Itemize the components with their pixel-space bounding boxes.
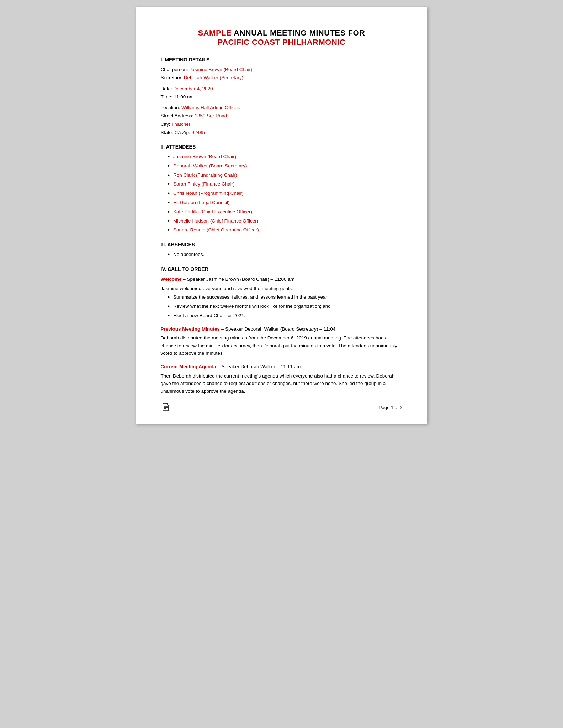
welcome-dash: –: [182, 277, 187, 282]
section-heading-absences: III. ABSENCES: [161, 242, 403, 247]
list-item: Chris Noah (Programming Chair): [168, 190, 403, 197]
chairperson-value: Jasmine Brown (Board Chair): [190, 67, 253, 72]
location-value: Williams Hall Admin Offices: [181, 105, 240, 110]
location-label: Location:: [161, 105, 182, 110]
previous-minutes-body: Deborah distributed the meeting minutes …: [161, 334, 403, 357]
city-value: Thatcher: [171, 122, 190, 127]
footer-page-number: Page 1 of 2: [379, 405, 403, 410]
state-value: CA: [175, 130, 181, 135]
list-item: Eli Gordon (Legal Council): [168, 199, 403, 207]
previous-minutes-block: Previous Meeting Minutes – Speaker Debor…: [161, 325, 403, 357]
city-label: City:: [161, 122, 172, 127]
secretary-value: Deborah Walker (Secretary): [184, 75, 244, 80]
title-annual-rest: ANNUAL MEETING MINUTES FOR: [232, 28, 365, 37]
zip-label: Zip:: [181, 130, 192, 135]
zip-value: 92485: [192, 130, 205, 135]
current-agenda-dash: –: [216, 364, 222, 369]
previous-minutes-bold-label: Previous Meeting Minutes: [161, 326, 220, 332]
time-value: 11:00 am: [174, 94, 194, 100]
welcome-bold-label: Welcome: [161, 277, 182, 282]
document-title: SAMPLE ANNUAL MEETING MINUTES FOR PACIFI…: [161, 28, 403, 47]
list-item: Michelle Hudson (Chief Finance Officer): [168, 218, 403, 225]
welcome-block: Welcome – Speaker Jasmine Brown (Board C…: [161, 275, 403, 320]
previous-minutes-dash: –: [220, 326, 225, 332]
page-footer: 🖹 Page 1 of 2: [161, 402, 403, 413]
previous-minutes-rest: Speaker Deborah Walker (Board Secretary)…: [225, 326, 335, 332]
section-heading-call-to-order: IV. CALL TO ORDER: [161, 266, 403, 272]
street-line: Street Address: 1359 Sur Road: [161, 112, 403, 119]
list-item: Sarah Finley (Finance Chair): [168, 181, 403, 188]
attendees-list: Jasmine Brown (Board Chair) Deborah Walk…: [168, 153, 403, 234]
list-item: Summarize the successes, failures, and l…: [168, 294, 403, 301]
section-heading-attendees: II. ATTENDEES: [161, 144, 403, 150]
date-value: December 4, 2020: [174, 86, 213, 91]
list-item: Review what the next twelve months will …: [168, 303, 403, 310]
date-line: Date: December 4, 2020: [161, 85, 403, 92]
current-agenda-bold-label: Current Meeting Agenda: [161, 364, 216, 369]
welcome-intro: Jasmine welcomed everyone and reviewed t…: [161, 285, 403, 293]
secretary-label: Secretary:: [161, 75, 184, 80]
previous-minutes-header: Previous Meeting Minutes – Speaker Debor…: [161, 325, 403, 333]
current-agenda-header: Current Meeting Agenda – Speaker Deborah…: [161, 363, 403, 371]
absences-list: No absentees.: [168, 251, 403, 258]
street-label: Street Address:: [161, 113, 195, 118]
time-label: Time:: [161, 94, 174, 100]
welcome-header: Welcome – Speaker Jasmine Brown (Board C…: [161, 275, 403, 283]
state-label: State:: [161, 130, 175, 135]
time-line: Time: 11:00 am: [161, 93, 403, 101]
section-absences: III. ABSENCES No absentees.: [161, 242, 403, 258]
chairperson-label: Chairperson:: [161, 67, 190, 72]
section-call-to-order: IV. CALL TO ORDER Welcome – Speaker Jasm…: [161, 266, 403, 395]
footer-document-icon: 🖹: [161, 402, 171, 413]
list-item: Sandra Rennie (Chief Operating Officer): [168, 226, 403, 234]
current-agenda-rest: Speaker Deborah Walker – 11:11 am: [222, 364, 301, 369]
location-line: Location: Williams Hall Admin Offices: [161, 104, 403, 111]
welcome-rest: Speaker Jasmine Brown (Board Chair) – 11…: [187, 277, 294, 282]
current-agenda-block: Current Meeting Agenda – Speaker Deborah…: [161, 363, 403, 395]
list-item: Kate Padilla (Chief Executive Officer): [168, 208, 403, 216]
welcome-goals-list: Summarize the successes, failures, and l…: [168, 294, 403, 319]
list-item: No absentees.: [168, 251, 403, 258]
section-heading-meeting-details: I. MEETING DETAILS: [161, 57, 403, 63]
current-agenda-body: Then Deborah distributed the current mee…: [161, 372, 403, 395]
list-item: Elect a new Board Chair for 2021.: [168, 312, 403, 320]
list-item: Ron Clark (Fundraising Chair): [168, 172, 403, 179]
section-meeting-details: I. MEETING DETAILS Chairperson: Jasmine …: [161, 57, 403, 136]
title-line1: SAMPLE ANNUAL MEETING MINUTES FOR: [161, 28, 403, 38]
street-value: 1359 Sur Road: [195, 113, 227, 118]
section-attendees: II. ATTENDEES Jasmine Brown (Board Chair…: [161, 144, 403, 234]
chairperson-line: Chairperson: Jasmine Brown (Board Chair): [161, 66, 403, 73]
city-line: City: Thatcher: [161, 121, 403, 128]
state-zip-line: State: CA Zip: 92485: [161, 129, 403, 136]
date-label: Date:: [161, 86, 174, 91]
document-page: SAMPLE ANNUAL MEETING MINUTES FOR PACIFI…: [136, 7, 427, 424]
title-line2: PACIFIC COAST PHILHARMONIC: [161, 38, 403, 47]
list-item: Jasmine Brown (Board Chair): [168, 153, 403, 161]
title-sample-word: SAMPLE: [198, 28, 232, 37]
secretary-line: Secretary: Deborah Walker (Secretary): [161, 74, 403, 81]
list-item: Deborah Walker (Board Secretary): [168, 162, 403, 170]
